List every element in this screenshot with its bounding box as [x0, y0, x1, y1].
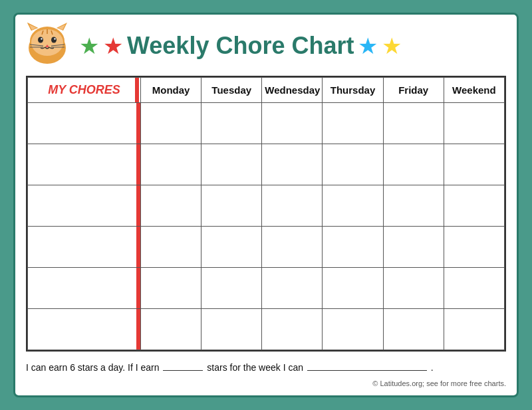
chore-cell-1[interactable] [28, 103, 141, 144]
svg-point-8 [38, 37, 43, 43]
chore-chart-table-container: MY CHORES Monday Tuesday Wednesday Thurs… [26, 76, 506, 352]
chore-cell-2[interactable] [28, 144, 141, 185]
star-red-icon: ★ [103, 33, 123, 59]
table-row [28, 227, 505, 268]
chore-table: MY CHORES Monday Tuesday Wednesday Thurs… [27, 77, 505, 350]
copyright-text: © Latitudes.org; see for more free chart… [26, 379, 506, 387]
chore-cell-6[interactable] [28, 309, 141, 350]
title-area: ★ ★ Weekly Chore Chart ★ ★ [79, 32, 402, 60]
cat-icon [26, 23, 72, 69]
chore-cell-4[interactable] [28, 227, 141, 268]
weekend-header: Weekend [444, 78, 504, 103]
table-row [28, 185, 505, 227]
star-blue-icon: ★ [358, 33, 378, 59]
table-row [28, 103, 505, 144]
page-title: Weekly Chore Chart [127, 32, 354, 60]
star-yellow-icon: ★ [382, 33, 402, 59]
footer-period: . [431, 362, 434, 373]
reward-blank[interactable] [307, 370, 427, 371]
thursday-header: Thursday [323, 78, 383, 103]
footer-line2: stars for the week I can [207, 362, 303, 373]
chores-column-header: MY CHORES [28, 78, 141, 103]
header: ★ ★ Weekly Chore Chart ★ ★ [26, 23, 506, 69]
footer-line1: I can earn 6 stars a day. If I earn [26, 362, 160, 373]
table-row [28, 309, 505, 350]
svg-point-9 [51, 37, 57, 43]
chore-chart-card: ★ ★ Weekly Chore Chart ★ ★ MY CHORES Mon… [13, 13, 519, 397]
my-chores-label: MY CHORES [48, 83, 120, 97]
red-divider-bar [135, 78, 139, 102]
chore-cell-3[interactable] [28, 185, 141, 227]
svg-point-11 [54, 39, 55, 40]
wednesday-header: Wednesday [262, 78, 323, 103]
chore-cell-5[interactable] [28, 268, 141, 309]
friday-header: Friday [383, 78, 444, 103]
table-row [28, 144, 505, 185]
table-row [28, 268, 505, 309]
footer-text: I can earn 6 stars a day. If I earn star… [26, 359, 506, 376]
svg-point-10 [41, 39, 42, 40]
monday-header: Monday [141, 78, 201, 103]
stars-blank[interactable] [163, 370, 203, 371]
tuesday-header: Tuesday [201, 78, 262, 103]
star-green-icon: ★ [79, 33, 99, 59]
